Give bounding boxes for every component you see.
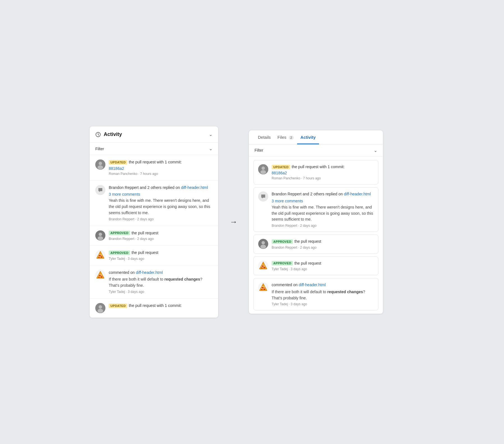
activity-content: Brandon Reppert and 2 others replied on … — [109, 185, 212, 221]
comment-body: Yeah this is fine with me. There weren't… — [109, 198, 212, 216]
left-activity-list: UPDATED the pull request with 1 commit: … — [90, 155, 218, 317]
approved-badge: APPROVED — [109, 231, 130, 235]
activity-text: the pull request — [131, 230, 158, 236]
svg-point-6 — [98, 236, 103, 240]
page-wrapper: Activity ⌄ Filter ⌄ UPDATED — [89, 126, 415, 318]
card-content: commented on diff-header.html If there a… — [272, 282, 374, 306]
activity-content: UPDATED the pull request with 1 commit: — [109, 303, 212, 313]
file-link[interactable]: diff-header.html — [181, 185, 208, 190]
approved-badge: APPROVED — [272, 261, 293, 265]
card-header-row: APPROVED the pull request Brandon Repper… — [258, 239, 374, 249]
comment-body: If there are both it will default to req… — [109, 276, 212, 288]
list-item: Brandon Reppert and 2 others replied on … — [90, 181, 218, 226]
activity-main-line: APPROVED the pull request — [109, 230, 212, 236]
filter-chevron-icon[interactable]: ⌄ — [209, 146, 212, 151]
activity-text: the pull request with 1 commit: — [292, 164, 345, 170]
panel-header-left: Activity — [95, 131, 122, 137]
svg-point-28 — [260, 170, 266, 174]
avatar — [258, 239, 268, 249]
comment-body: Yeah this is fine with me. There weren't… — [272, 204, 374, 223]
card-content: APPROVED the pull request Tyler Tadej · … — [272, 261, 374, 271]
svg-point-25 — [98, 309, 103, 313]
activity-main-line: UPDATED the pull request with 1 commit: — [272, 164, 374, 170]
svg-point-27 — [262, 166, 265, 170]
activity-meta: Brandon Reppert · 2 days ago — [272, 224, 374, 228]
activity-main-line: APPROVED the pull request — [109, 250, 212, 256]
card-content: APPROVED the pull request Brandon Repper… — [272, 239, 374, 249]
activity-text: the pull request with 1 commit: — [129, 303, 182, 309]
tab-activity[interactable]: Activity — [297, 130, 319, 144]
activity-meta: Tyler Tadej · 3 days ago — [109, 257, 212, 261]
more-comments-link[interactable]: 3 more comments — [109, 192, 212, 196]
pizza-icon — [259, 283, 268, 292]
left-panel: Activity ⌄ Filter ⌄ UPDATED — [89, 126, 218, 318]
bold-text: requested changes — [327, 290, 363, 294]
svg-point-31 — [260, 245, 266, 249]
svg-point-20 — [98, 277, 100, 278]
right-filter-chevron-icon[interactable]: ⌄ — [374, 148, 377, 153]
activity-main-line: UPDATED the pull request with 1 commit: — [109, 303, 212, 309]
list-item: commented on diff-header.html If there a… — [90, 265, 218, 299]
card-header-row: Brandon Reppert and 2 others replied on … — [258, 191, 374, 228]
activity-meta: Tyler Tadej · 3 days ago — [272, 267, 374, 271]
pizza-icon — [259, 261, 268, 270]
commit-link[interactable]: 88186a2 — [272, 171, 287, 175]
activity-meta: Brandon Reppert · 2 days ago — [272, 246, 374, 249]
activity-meta: Tyler Tadej · 3 days ago — [109, 290, 212, 294]
left-filter-bar: Filter ⌄ — [90, 143, 218, 155]
activity-main-line: APPROVED the pull request — [272, 239, 374, 244]
activity-main-line: APPROVED the pull request — [272, 261, 374, 266]
avatar-rp-right-icon — [258, 164, 268, 174]
activity-content: UPDATED the pull request with 1 commit: … — [109, 159, 212, 176]
tab-details[interactable]: Details — [255, 130, 274, 144]
bold-text: requested changes — [164, 277, 200, 281]
activity-meta: Brandon Reppert · 2 days ago — [109, 237, 212, 241]
chevron-down-icon[interactable]: ⌄ — [209, 132, 212, 137]
updated-badge: UPDATED — [109, 160, 127, 165]
commit-link[interactable]: 88186a2 — [109, 166, 124, 171]
activity-content: APPROVED the pull request Tyler Tadej · … — [109, 250, 212, 261]
avatar — [95, 230, 105, 240]
activity-meta: Tyler Tadej · 3 days ago — [272, 302, 374, 306]
clock-icon — [95, 132, 101, 137]
panel-header: Activity ⌄ — [90, 126, 218, 143]
right-filter-label: Filter — [255, 148, 263, 152]
svg-point-37 — [261, 267, 262, 269]
svg-point-12 — [98, 257, 100, 258]
avatar — [258, 261, 268, 271]
list-item: UPDATED the pull request with 1 commit: — [90, 299, 218, 318]
left-filter-label: Filter — [95, 147, 104, 151]
activity-text: commented on diff-header.html — [109, 270, 212, 276]
activity-meta: Brandon Reppert · 2 days ago — [109, 217, 212, 221]
file-link[interactable]: diff-header.html — [299, 283, 326, 287]
file-link[interactable]: diff-header.html — [344, 192, 371, 196]
activity-card: APPROVED the pull request Brandon Repper… — [253, 235, 378, 254]
right-panel-tabs: Details Files 2 Activity — [249, 130, 383, 144]
tab-files[interactable]: Files 2 — [274, 130, 297, 144]
more-comments-link[interactable]: 3 more comments — [272, 199, 374, 203]
avatar — [258, 282, 268, 292]
activity-card: APPROVED the pull request Tyler Tadej · … — [253, 256, 378, 276]
right-filter-bar: Filter ⌄ — [249, 144, 383, 157]
svg-point-3 — [98, 165, 103, 169]
approved-badge: APPROVED — [272, 239, 293, 244]
avatar — [95, 159, 105, 170]
activity-text: Brandon Reppert and 2 others replied on … — [272, 191, 374, 197]
pizza-icon — [96, 270, 105, 279]
avatar-br-icon — [95, 230, 105, 240]
comment-bubble-icon — [258, 191, 268, 202]
avatar — [95, 303, 105, 313]
left-panel-title: Activity — [104, 131, 122, 137]
card-header-row: APPROVED the pull request Tyler Tadej · … — [258, 261, 374, 271]
card-header-row: UPDATED the pull request with 1 commit: … — [258, 164, 374, 181]
activity-card: UPDATED the pull request with 1 commit: … — [253, 160, 378, 185]
file-link[interactable]: diff-header.html — [136, 270, 163, 275]
card-header-row: commented on diff-header.html If there a… — [258, 282, 374, 306]
activity-card: Brandon Reppert and 2 others replied on … — [253, 187, 378, 232]
activity-content: APPROVED the pull request Brandon Repper… — [109, 230, 212, 241]
activity-text: the pull request — [294, 261, 321, 266]
files-badge: 2 — [289, 136, 294, 140]
avatar-br-right-icon — [258, 239, 268, 249]
activity-card: commented on diff-header.html If there a… — [253, 278, 378, 310]
list-item: APPROVED the pull request Brandon Repper… — [90, 226, 218, 246]
